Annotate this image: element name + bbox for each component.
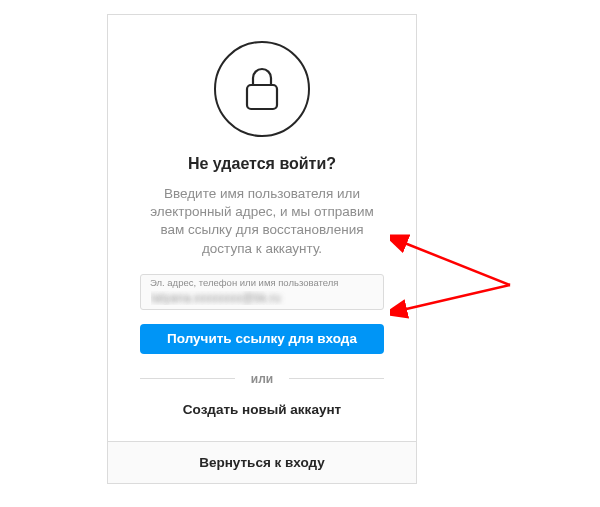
svg-rect-0 bbox=[247, 85, 277, 109]
divider-line-right bbox=[289, 378, 384, 379]
create-account-link[interactable]: Создать новый аккаунт bbox=[140, 402, 384, 417]
divider-label: или bbox=[235, 372, 289, 386]
divider: или bbox=[140, 372, 384, 386]
back-to-login-link[interactable]: Вернуться к входу bbox=[199, 455, 325, 470]
svg-line-2 bbox=[402, 242, 510, 285]
card-footer: Вернуться к входу bbox=[108, 441, 416, 483]
divider-line-left bbox=[140, 378, 235, 379]
card-body: Не удается войти? Введите имя пользовате… bbox=[108, 15, 416, 441]
lock-icon bbox=[214, 41, 310, 137]
send-link-button[interactable]: Получить ссылку для входа bbox=[140, 324, 384, 354]
page-title: Не удается войти? bbox=[140, 155, 384, 173]
svg-line-3 bbox=[402, 285, 510, 310]
login-help-card: Не удается войти? Введите имя пользовате… bbox=[107, 14, 417, 484]
description-text: Введите имя пользователя или электронный… bbox=[140, 185, 384, 258]
login-input-wrapper: Эл. адрес, телефон или имя пользователя bbox=[140, 274, 384, 310]
login-input[interactable] bbox=[140, 274, 384, 310]
